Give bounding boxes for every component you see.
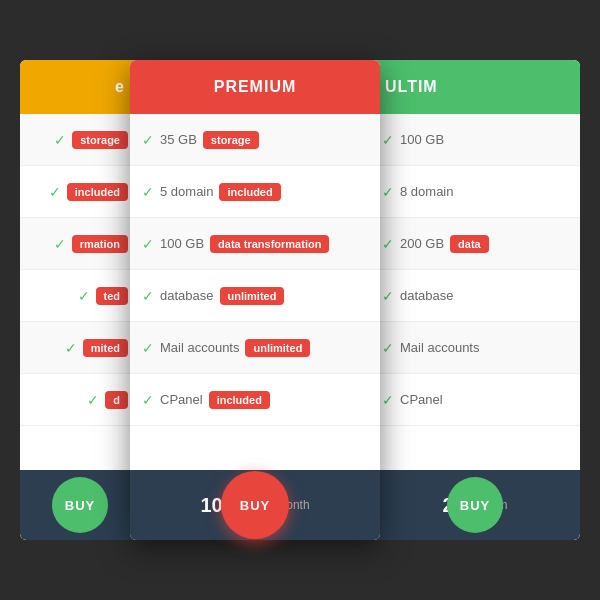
ultimate-feature-mail: ✓ Mail accounts — [370, 322, 580, 374]
ultimate-feature-database: ✓ database — [370, 270, 580, 322]
check-icon: ✓ — [142, 236, 154, 252]
ultimate-database-label: database — [400, 288, 454, 303]
check-icon: ✓ — [54, 236, 66, 252]
premium-feature-storage: ✓ 35 GB storage — [130, 114, 380, 166]
basic-badge-4: ted — [96, 287, 129, 305]
ultimate-data-badge: data — [450, 235, 489, 253]
pricing-container: e ✓ storage ✓ included ✓ rmation ✓ ted ✓… — [20, 60, 580, 540]
premium-domain-badge: included — [219, 183, 280, 201]
ultimate-data-amount: 200 GB — [400, 236, 444, 251]
premium-cpanel-label: CPanel — [160, 392, 203, 407]
premium-storage-badge: storage — [203, 131, 259, 149]
basic-badge-3: rmation — [72, 235, 128, 253]
basic-card: e ✓ storage ✓ included ✓ rmation ✓ ted ✓… — [20, 60, 140, 540]
check-icon: ✓ — [142, 288, 154, 304]
premium-mail-badge: unlimited — [245, 339, 310, 357]
basic-badge-6: d — [105, 391, 128, 409]
premium-feature-domain: ✓ 5 domain included — [130, 166, 380, 218]
basic-feature-6: ✓ d — [20, 374, 140, 426]
premium-feature-cpanel: ✓ CPanel included — [130, 374, 380, 426]
basic-header: e — [20, 60, 140, 114]
premium-domain-amount: 5 domain — [160, 184, 213, 199]
premium-card: PREMIUM ✓ 35 GB storage ✓ 5 domain inclu… — [130, 60, 380, 540]
check-icon: ✓ — [87, 392, 99, 408]
check-icon: ✓ — [65, 340, 77, 356]
premium-features: ✓ 35 GB storage ✓ 5 domain included ✓ 10… — [130, 114, 380, 470]
check-icon: ✓ — [382, 236, 394, 252]
check-icon: ✓ — [382, 392, 394, 408]
ultimate-card: ULTIM ✓ 100 GB ✓ 8 domain ✓ 200 GB data … — [370, 60, 580, 540]
basic-feature-4: ✓ ted — [20, 270, 140, 322]
basic-footer: th BUY — [20, 470, 140, 540]
premium-data-badge: data transformation — [210, 235, 329, 253]
ultimate-feature-storage: ✓ 100 GB — [370, 114, 580, 166]
premium-database-badge: unlimited — [220, 287, 285, 305]
ultimate-header: ULTIM — [370, 60, 580, 114]
check-icon: ✓ — [49, 184, 61, 200]
ultimate-cpanel-label: CPanel — [400, 392, 443, 407]
premium-data-amount: 100 GB — [160, 236, 204, 251]
check-icon: ✓ — [382, 184, 394, 200]
ultimate-feature-cpanel: ✓ CPanel — [370, 374, 580, 426]
ultimate-title: ULTIM — [385, 78, 438, 95]
premium-title: PREMIUM — [214, 78, 297, 95]
basic-badge-5: mited — [83, 339, 128, 357]
basic-feature-3: ✓ rmation — [20, 218, 140, 270]
check-icon: ✓ — [382, 132, 394, 148]
basic-feature-1: ✓ storage — [20, 114, 140, 166]
premium-mail-label: Mail accounts — [160, 340, 239, 355]
check-icon: ✓ — [78, 288, 90, 304]
basic-feature-5: ✓ mited — [20, 322, 140, 374]
premium-database-label: database — [160, 288, 214, 303]
check-icon: ✓ — [142, 132, 154, 148]
premium-feature-data: ✓ 100 GB data transformation — [130, 218, 380, 270]
premium-header: PREMIUM — [130, 60, 380, 114]
check-icon: ✓ — [54, 132, 66, 148]
ultimate-domain-amount: 8 domain — [400, 184, 453, 199]
check-icon: ✓ — [142, 184, 154, 200]
premium-buy-button[interactable]: BUY — [221, 471, 289, 539]
ultimate-features: ✓ 100 GB ✓ 8 domain ✓ 200 GB data ✓ data… — [370, 114, 580, 470]
ultimate-feature-domain: ✓ 8 domain — [370, 166, 580, 218]
premium-cpanel-badge: included — [209, 391, 270, 409]
premium-feature-database: ✓ database unlimited — [130, 270, 380, 322]
basic-feature-2: ✓ included — [20, 166, 140, 218]
check-icon: ✓ — [382, 340, 394, 356]
basic-title: e — [115, 78, 125, 95]
ultimate-feature-data: ✓ 200 GB data — [370, 218, 580, 270]
premium-footer: 100$ / per month BUY — [130, 470, 380, 540]
check-icon: ✓ — [142, 392, 154, 408]
ultimate-mail-label: Mail accounts — [400, 340, 479, 355]
basic-buy-button[interactable]: BUY — [52, 477, 108, 533]
premium-storage-amount: 35 GB — [160, 132, 197, 147]
premium-feature-mail: ✓ Mail accounts unlimited — [130, 322, 380, 374]
ultimate-storage-amount: 100 GB — [400, 132, 444, 147]
basic-badge-1: storage — [72, 131, 128, 149]
check-icon: ✓ — [382, 288, 394, 304]
basic-badge-2: included — [67, 183, 128, 201]
ultimate-footer: 200$ / m BUY — [370, 470, 580, 540]
basic-features: ✓ storage ✓ included ✓ rmation ✓ ted ✓ m… — [20, 114, 140, 470]
check-icon: ✓ — [142, 340, 154, 356]
ultimate-buy-button[interactable]: BUY — [447, 477, 503, 533]
